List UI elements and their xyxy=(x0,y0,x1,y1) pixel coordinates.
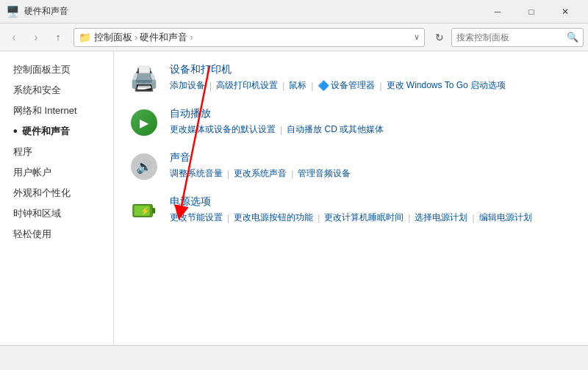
link-power-plan[interactable]: 选择电源计划 xyxy=(415,211,467,224)
section-printer-body: 设备和打印机 添加设备 | 高级打印机设置 | 鼠标 | 🔷 设备管理器 xyxy=(170,63,573,92)
close-button[interactable]: ✕ xyxy=(548,0,582,23)
address-bar: 📁 控制面板 › 硬件和声音 › ∨ xyxy=(74,28,425,47)
link-advanced-print[interactable]: 高级打印机设置 xyxy=(216,79,278,92)
section-printer-title[interactable]: 设备和打印机 xyxy=(170,63,573,76)
title-bar-left: 🖥️ 硬件和声音 xyxy=(6,5,68,18)
link-change-default[interactable]: 更改媒体或设备的默认设置 xyxy=(170,123,276,136)
back-button[interactable]: ‹ xyxy=(4,28,24,47)
address-dropdown-button[interactable]: ∨ xyxy=(414,32,420,42)
section-autoplay-links: 更改媒体或设备的默认设置 | 自动播放 CD 或其他媒体 xyxy=(170,123,573,136)
address-folder-icon: 📁 xyxy=(79,32,91,43)
refresh-button[interactable]: ↻ xyxy=(431,29,448,46)
autoplay-icon: ▶ xyxy=(129,107,159,138)
section-power-title[interactable]: 电源选项 xyxy=(170,195,573,208)
sidebar-item-programs[interactable]: 程序 xyxy=(9,142,113,162)
link-add-device[interactable]: 添加设备 xyxy=(170,79,205,92)
sound-icon: 🔊 xyxy=(129,151,159,182)
main-layout: 控制面板主页 系统和安全 网络和 Internet 硬件和声音 程序 用户帐户 … xyxy=(0,51,588,345)
section-printer: 🖨️ 设备和打印机 添加设备 | 高级打印机设置 | 鼠标 | 🔷 xyxy=(129,63,573,94)
up-button[interactable]: ↑ xyxy=(49,28,68,47)
sidebar-item-system-security[interactable]: 系统和安全 xyxy=(9,81,113,100)
path-sep-1: › xyxy=(135,32,137,43)
sidebar-item-user-accounts[interactable]: 用户帐户 xyxy=(9,163,113,182)
maximize-button[interactable]: □ xyxy=(514,0,548,23)
link-device-manager[interactable]: 设备管理器 xyxy=(331,79,375,92)
link-windows-to-go[interactable]: 更改 Windows To Go 启动选项 xyxy=(387,79,506,92)
section-sound: 🔊 声音 调整系统音量 | 更改系统声音 | 管理音频设备 xyxy=(129,151,573,182)
link-mouse[interactable]: 鼠标 xyxy=(289,79,306,92)
autoplay-icon-shape: ▶ xyxy=(131,109,157,136)
link-edit-power-plan[interactable]: 编辑电源计划 xyxy=(479,211,532,224)
content-area: 🖨️ 设备和打印机 添加设备 | 高级打印机设置 | 鼠标 | 🔷 xyxy=(114,51,588,251)
section-printer-links: 添加设备 | 高级打印机设置 | 鼠标 | 🔷 设备管理器 | 更改 Wind xyxy=(170,79,573,92)
path-sep-2: › xyxy=(190,32,193,43)
section-sound-links: 调整系统音量 | 更改系统声音 | 管理音频设备 xyxy=(170,167,573,180)
link-manage-audio[interactable]: 管理音频设备 xyxy=(298,167,351,180)
forward-button[interactable]: › xyxy=(26,28,46,47)
svg-rect-1 xyxy=(152,208,155,214)
sidebar-item-network-internet[interactable]: 网络和 Internet xyxy=(9,101,113,120)
path-control-panel[interactable]: 控制面板 xyxy=(94,31,132,44)
power-icon-shape: ⚡ xyxy=(131,197,157,224)
sidebar: 控制面板主页 系统和安全 网络和 Internet 硬件和声音 程序 用户帐户 … xyxy=(0,51,114,345)
section-autoplay-title[interactable]: 自动播放 xyxy=(170,107,573,120)
section-sound-title[interactable]: 声音 xyxy=(170,151,573,164)
svg-text:⚡: ⚡ xyxy=(140,206,151,216)
window-icon: 🖥️ xyxy=(6,5,20,18)
window-title: 硬件和声音 xyxy=(24,5,68,18)
sidebar-item-appearance[interactable]: 外观和个性化 xyxy=(9,184,113,203)
section-autoplay: ▶ 自动播放 更改媒体或设备的默认设置 | 自动播放 CD 或其他媒体 xyxy=(129,107,573,138)
minimize-button[interactable]: ─ xyxy=(481,0,514,23)
link-power-settings[interactable]: 更改节能设置 xyxy=(170,211,223,224)
sidebar-item-ease-access[interactable]: 轻松使用 xyxy=(9,225,113,244)
nav-bar: ‹ › ↑ 📁 控制面板 › 硬件和声音 › ∨ ↻ 🔍 xyxy=(0,23,588,51)
title-bar: 🖥️ 硬件和声音 ─ □ ✕ xyxy=(0,0,588,23)
search-icon[interactable]: 🔍 xyxy=(567,32,578,43)
path-hardware-sound[interactable]: 硬件和声音 xyxy=(140,31,187,44)
section-power-links: 更改节能设置 | 更改电源按钮的功能 | 更改计算机睡眠时间 | 选择电源计划 … xyxy=(170,211,573,224)
status-bar xyxy=(0,345,588,370)
section-sound-body: 声音 调整系统音量 | 更改系统声音 | 管理音频设备 xyxy=(170,151,573,180)
printer-icon: 🖨️ xyxy=(129,63,159,94)
title-bar-controls: ─ □ ✕ xyxy=(481,0,582,23)
sidebar-item-hardware-sound[interactable]: 硬件和声音 xyxy=(9,122,113,141)
sidebar-item-clock-region[interactable]: 时钟和区域 xyxy=(9,204,113,223)
section-power: ⚡ 电源选项 更改节能设置 | 更改电源按钮的功能 | 更改计算机睡眠时间 | xyxy=(129,195,573,226)
sidebar-item-control-panel-home[interactable]: 控制面板主页 xyxy=(9,60,113,79)
section-power-body: 电源选项 更改节能设置 | 更改电源按钮的功能 | 更改计算机睡眠时间 | 选择… xyxy=(170,195,573,224)
power-svg: ⚡ xyxy=(131,197,157,225)
power-icon: ⚡ xyxy=(129,195,159,226)
link-autoplay-cd[interactable]: 自动播放 CD 或其他媒体 xyxy=(287,123,384,136)
search-bar: 🔍 xyxy=(451,28,584,47)
search-input[interactable] xyxy=(456,32,564,43)
link-adjust-volume[interactable]: 调整系统音量 xyxy=(170,167,223,180)
link-change-sound-scheme[interactable]: 更改系统声音 xyxy=(234,167,287,180)
section-autoplay-body: 自动播放 更改媒体或设备的默认设置 | 自动播放 CD 或其他媒体 xyxy=(170,107,573,136)
link-power-button[interactable]: 更改电源按钮的功能 xyxy=(234,211,313,224)
sound-icon-shape: 🔊 xyxy=(131,153,157,180)
device-manager-icon: 🔷 xyxy=(318,80,329,91)
link-sleep-time[interactable]: 更改计算机睡眠时间 xyxy=(324,211,404,224)
address-path: 控制面板 › 硬件和声音 › xyxy=(94,31,194,44)
link-device-manager-container: 🔷 设备管理器 xyxy=(318,79,375,92)
